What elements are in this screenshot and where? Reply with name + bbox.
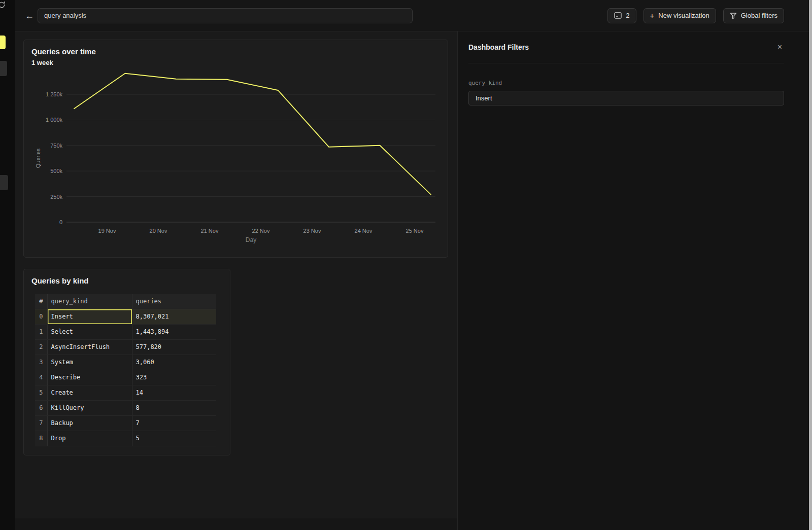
chart-card[interactable]: 0250k500k750k1 000k1 250k19 Nov20 Nov21 … — [23, 40, 448, 258]
history-refresh-icon[interactable] — [0, 1, 6, 11]
filters-panel-title: Dashboard Filters — [468, 43, 529, 51]
x-tick-label: 20 Nov — [150, 228, 167, 234]
left-rail — [0, 0, 15, 530]
column-header-queries[interactable]: queries — [132, 294, 216, 309]
row-index-cell: 8 — [35, 431, 47, 446]
column-header-index[interactable]: # — [35, 294, 47, 309]
topbar: ← 2 + New visualization — [15, 0, 812, 31]
queries-value-cell[interactable]: 5 — [132, 431, 216, 446]
table-card[interactable]: Queries by kind #query_kindqueries 0Inse… — [23, 269, 230, 455]
visualization-count: 2 — [626, 12, 629, 19]
global-filters-button[interactable]: Global filters — [723, 8, 784, 23]
table-row: 0Insert8,307,021 — [35, 309, 216, 324]
new-visualization-button[interactable]: + New visualization — [644, 8, 716, 23]
row-index-cell: 5 — [35, 385, 47, 400]
x-tick-label: 24 Nov — [355, 228, 373, 234]
query-kind-cell[interactable]: Insert — [47, 309, 132, 324]
topbar-actions: 2 + New visualization Global filters — [607, 8, 784, 23]
table-row: 1Select1,443,894 — [35, 324, 216, 339]
x-axis-label: Day — [246, 236, 256, 243]
plus-icon: + — [650, 12, 655, 19]
chart-subtitle: 1 week — [31, 59, 53, 66]
table-row: 8Drop5 — [35, 431, 216, 446]
x-tick-label: 21 Nov — [201, 228, 219, 234]
y-tick-label: 1 250k — [46, 91, 63, 97]
rail-item[interactable] — [0, 175, 8, 190]
table-row: 2AsyncInsertFlush577,820 — [35, 339, 216, 355]
table-row: 3System3,060 — [35, 355, 216, 370]
y-tick-label: 500k — [50, 168, 62, 174]
query-kind-cell[interactable]: Select — [47, 324, 132, 339]
query-kind-cell[interactable]: KillQuery — [47, 400, 132, 415]
window-scrollbar[interactable] — [809, 0, 812, 530]
row-index-cell: 3 — [35, 355, 47, 370]
query-kind-filter-input[interactable] — [468, 91, 784, 105]
filter-field-query-kind: query_kind — [468, 80, 784, 105]
queries-value-cell[interactable]: 1,443,894 — [132, 324, 216, 339]
close-panel-button[interactable]: × — [775, 42, 784, 52]
table-header-row: #query_kindqueries — [35, 294, 216, 309]
back-button[interactable]: ← — [23, 11, 36, 20]
new-visualization-label: New visualization — [658, 12, 709, 19]
table-row: 7Backup7 — [35, 415, 216, 431]
canvas-bottom-gutter — [15, 518, 457, 530]
row-index-cell: 4 — [35, 370, 47, 385]
y-tick-label: 750k — [50, 143, 62, 149]
query-kind-cell[interactable]: Backup — [47, 415, 132, 431]
filter-field-label: query_kind — [468, 80, 784, 86]
row-index-cell: 0 — [35, 309, 47, 324]
row-index-cell: 6 — [35, 400, 47, 415]
query-kind-cell[interactable]: Create — [47, 385, 132, 400]
filter-funnel-icon — [730, 12, 737, 19]
dashboard-filters-panel: Dashboard Filters × query_kind — [457, 31, 809, 530]
x-tick-label: 25 Nov — [406, 228, 424, 234]
y-tick-label: 250k — [50, 194, 62, 200]
table-row: 4Describe323 — [35, 370, 216, 385]
dashboard-title-input[interactable] — [38, 8, 413, 23]
query-kind-cell[interactable]: AsyncInsertFlush — [47, 339, 132, 355]
queries-by-kind-table: #query_kindqueries 0Insert8,307,0211Sele… — [35, 294, 216, 446]
queries-value-cell[interactable]: 8 — [132, 400, 216, 415]
row-index-cell: 2 — [35, 339, 47, 355]
queries-value-cell[interactable]: 577,820 — [132, 339, 216, 355]
table-row: 6KillQuery8 — [35, 400, 216, 415]
queries-over-time-line-chart[interactable]: 0250k500k750k1 000k1 250k19 Nov20 Nov21 … — [24, 40, 449, 258]
query-kind-cell[interactable]: System — [47, 355, 132, 370]
visualization-count-button[interactable]: 2 — [607, 8, 636, 23]
queries-value-cell[interactable]: 323 — [132, 370, 216, 385]
visualizations-icon — [614, 12, 622, 19]
queries-value-cell[interactable]: 14 — [132, 385, 216, 400]
rail-item-active-dashboard[interactable] — [0, 36, 6, 49]
column-header-query_kind[interactable]: query_kind — [47, 294, 132, 309]
row-index-cell: 1 — [35, 324, 47, 339]
queries-series-line — [74, 74, 431, 195]
y-tick-label: 0 — [59, 219, 62, 225]
row-index-cell: 7 — [35, 415, 47, 431]
y-tick-label: 1 000k — [46, 117, 63, 123]
table-row: 5Create14 — [35, 385, 216, 400]
table-title: Queries by kind — [31, 276, 89, 285]
filters-panel-header: Dashboard Filters × — [468, 31, 784, 63]
global-filters-label: Global filters — [741, 12, 777, 19]
dashboard-canvas: 0250k500k750k1 000k1 250k19 Nov20 Nov21 … — [15, 31, 457, 530]
x-tick-label: 19 Nov — [98, 228, 116, 234]
queries-value-cell[interactable]: 8,307,021 — [132, 309, 216, 324]
query-kind-cell[interactable]: Describe — [47, 370, 132, 385]
x-tick-label: 23 Nov — [303, 228, 321, 234]
queries-value-cell[interactable]: 7 — [132, 415, 216, 431]
y-axis-label: Queries — [35, 148, 41, 168]
chart-title: Queries over time — [31, 47, 96, 56]
x-tick-label: 22 Nov — [252, 228, 270, 234]
query-kind-cell[interactable]: Drop — [47, 431, 132, 446]
close-icon: × — [777, 43, 782, 51]
rail-item[interactable] — [0, 61, 7, 76]
queries-value-cell[interactable]: 3,060 — [132, 355, 216, 370]
dashboard-app: ← 2 + New visualization — [0, 0, 812, 530]
